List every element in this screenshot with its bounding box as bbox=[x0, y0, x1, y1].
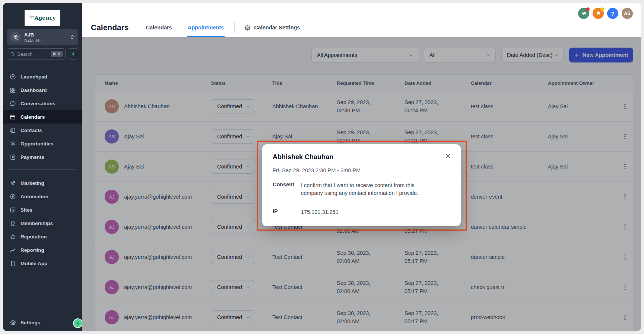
modal-datetime: Fri, Sep 29, 2023 2:30 PM - 3:00 PM bbox=[273, 167, 450, 173]
sidebar-item-reporting[interactable]: Reporting bbox=[3, 243, 82, 257]
sidebar-item-payments[interactable]: Payments bbox=[3, 150, 82, 164]
opportunities-icon bbox=[10, 141, 16, 147]
search-shortcut-badge: ⌘ K bbox=[51, 51, 63, 57]
sidebar-item-label: Reporting bbox=[20, 247, 44, 253]
sidebar-item-label: Dashboard bbox=[20, 87, 47, 93]
account-name: AJB bbox=[24, 32, 70, 38]
sidebar-item-label: Memberships bbox=[20, 221, 53, 226]
payments-icon bbox=[10, 154, 16, 160]
user-avatar[interactable]: AS bbox=[622, 8, 633, 19]
account-location: NZB, Tel bbox=[24, 38, 70, 43]
location-pin-icon bbox=[10, 32, 21, 42]
quick-actions-button[interactable] bbox=[68, 48, 78, 60]
sidebar-item-marketing[interactable]: Marketing bbox=[3, 176, 82, 190]
announcements-button[interactable] bbox=[578, 8, 589, 19]
sidebar-item-launchpad[interactable]: Launchpad bbox=[3, 70, 82, 83]
consent-text: I confirm that I want to receive content… bbox=[301, 182, 436, 197]
memberships-icon bbox=[10, 220, 16, 227]
sidebar: theAgency AJB NZB, Tel Search ⌘ K bbox=[3, 3, 82, 331]
tab-calendar-settings[interactable]: Calendar Settings bbox=[244, 25, 300, 31]
modal-title: Abhishek Chauhan bbox=[273, 153, 450, 161]
sidebar-nav-primary: Launchpad Dashboard Conversations Calend… bbox=[3, 70, 82, 164]
conversations-icon bbox=[10, 100, 16, 107]
ip-value: 175.101.31.251 bbox=[301, 208, 436, 216]
collapse-sidebar-button[interactable] bbox=[73, 318, 83, 328]
chevron-left-icon bbox=[76, 321, 80, 325]
contacts-icon bbox=[10, 127, 16, 134]
mobile-app-icon bbox=[10, 260, 16, 267]
question-icon: ? bbox=[611, 10, 614, 17]
calendar-icon bbox=[10, 114, 16, 120]
sidebar-item-settings[interactable]: Settings bbox=[3, 316, 82, 329]
sidebar-item-conversations[interactable]: Conversations bbox=[3, 97, 82, 110]
sidebar-item-label: Reputation bbox=[20, 234, 47, 240]
sidebar-item-label: Payments bbox=[20, 154, 44, 160]
sidebar-item-calendars[interactable]: Calendars bbox=[3, 110, 82, 123]
help-button[interactable]: ? bbox=[607, 8, 618, 19]
notifications-button[interactable] bbox=[593, 8, 604, 19]
sidebar-item-label: Sites bbox=[20, 207, 32, 213]
launchpad-icon bbox=[10, 74, 16, 80]
megaphone-icon bbox=[581, 11, 587, 16]
logo-prefix: the bbox=[29, 15, 34, 18]
sidebar-item-mobile-app[interactable]: Mobile App bbox=[3, 257, 82, 270]
sidebar-item-label: Launchpad bbox=[20, 74, 47, 80]
account-switcher[interactable]: AJB NZB, Tel bbox=[7, 29, 78, 45]
notifications-badge bbox=[600, 7, 604, 11]
automation-icon bbox=[10, 193, 16, 200]
content-area: All Appointments All Date Added (Desc) N… bbox=[82, 37, 641, 331]
agency-logo: theAgency bbox=[25, 10, 60, 26]
sidebar-nav-secondary: Marketing Automation Sites Memberships R… bbox=[3, 176, 82, 270]
sidebar-item-label: Automation bbox=[20, 194, 48, 199]
reporting-icon bbox=[10, 247, 16, 253]
close-icon bbox=[445, 153, 451, 159]
app-window: theAgency AJB NZB, Tel Search ⌘ K bbox=[3, 3, 641, 331]
close-button[interactable] bbox=[445, 153, 451, 159]
search-input[interactable]: Search ⌘ K bbox=[7, 48, 66, 60]
search-placeholder: Search bbox=[17, 51, 51, 57]
tab-divider bbox=[234, 22, 235, 33]
gear-icon bbox=[10, 319, 16, 326]
ip-label: IP bbox=[273, 208, 301, 214]
reputation-icon bbox=[10, 234, 16, 240]
page-header: Calendars CalendarsAppointments Calendar… bbox=[82, 3, 641, 37]
bell-icon bbox=[596, 11, 601, 16]
gear-icon bbox=[244, 25, 251, 31]
sidebar-item-reputation[interactable]: Reputation bbox=[3, 230, 82, 243]
lightning-bolt-icon bbox=[71, 51, 76, 57]
sidebar-item-contacts[interactable]: Contacts bbox=[3, 123, 82, 137]
announcements-badge bbox=[586, 7, 590, 11]
tab-calendar-settings-label: Calendar Settings bbox=[254, 25, 300, 30]
sidebar-item-memberships[interactable]: Memberships bbox=[3, 216, 82, 230]
appointment-details-modal: Abhishek Chauhan Fri, Sep 29, 2023 2:30 … bbox=[262, 144, 461, 226]
chevron-up-down-icon bbox=[70, 34, 74, 40]
sidebar-item-label: Calendars bbox=[20, 114, 45, 120]
tab-bar: CalendarsAppointments bbox=[145, 18, 225, 37]
sidebar-item-label: Opportunities bbox=[20, 141, 54, 147]
tab-appointments[interactable]: Appointments bbox=[187, 18, 225, 37]
sidebar-item-label: Marketing bbox=[20, 180, 44, 186]
sidebar-item-label: Contacts bbox=[20, 128, 42, 133]
sidebar-divider bbox=[8, 169, 77, 170]
sidebar-item-automation[interactable]: Automation bbox=[3, 190, 82, 203]
sites-icon bbox=[10, 207, 16, 213]
sidebar-item-label: Settings bbox=[20, 320, 40, 325]
search-icon bbox=[10, 52, 15, 57]
dashboard-icon bbox=[10, 87, 16, 93]
sidebar-item-opportunities[interactable]: Opportunities bbox=[3, 137, 82, 150]
main-area: Calendars CalendarsAppointments Calendar… bbox=[82, 3, 641, 331]
consent-label: Consent bbox=[273, 182, 301, 187]
sidebar-item-sites[interactable]: Sites bbox=[3, 203, 82, 216]
sidebar-item-dashboard[interactable]: Dashboard bbox=[3, 83, 82, 97]
marketing-icon bbox=[10, 180, 16, 186]
page-background: theAgency AJB NZB, Tel Search ⌘ K bbox=[0, 0, 644, 334]
sidebar-item-label: Conversations bbox=[20, 101, 55, 106]
sidebar-item-label: Mobile App bbox=[20, 261, 47, 266]
logo-name: Agency bbox=[35, 15, 55, 21]
modal-divider bbox=[273, 203, 450, 203]
tab-calendars[interactable]: Calendars bbox=[145, 18, 173, 37]
page-title: Calendars bbox=[91, 23, 129, 32]
